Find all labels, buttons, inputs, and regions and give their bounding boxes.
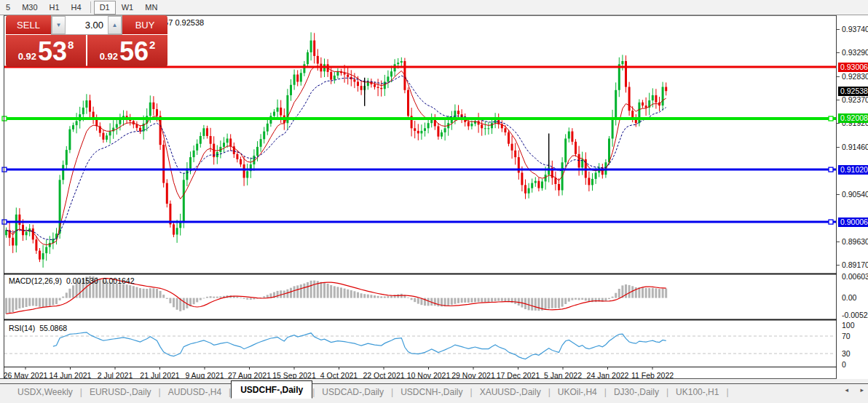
- rsi-value: 55.0868: [39, 324, 67, 332]
- rsi-tick-label: 0: [842, 360, 846, 369]
- axis-tick-mark: [837, 242, 840, 242]
- tab-usdcad-daily[interactable]: USDCAD-,Daily: [315, 385, 391, 399]
- chart-frame: [0, 15, 868, 379]
- rsi-label: RSI(14)55.0868: [9, 324, 71, 332]
- axis-tick-mark: [837, 29, 840, 30]
- tab-scroll-right-button[interactable]: ▸: [860, 386, 864, 394]
- axis-tick-mark: [837, 76, 840, 77]
- tab-scroll-left-button[interactable]: ◂: [845, 386, 848, 394]
- tab-usdchf-daily[interactable]: USDCHF-,Daily: [231, 380, 312, 399]
- tab-usdcnh-daily[interactable]: USDCNH-,Daily: [393, 385, 470, 399]
- sell-price-button[interactable]: 0.92 53 8: [6, 35, 86, 67]
- tab-scroll-arrows: ◂ ▸: [835, 386, 864, 394]
- axis-tick-mark: [837, 123, 840, 124]
- volume-spinner: ▼ 3.00 ▲: [51, 15, 122, 35]
- volume-decrease-button[interactable]: ▼: [52, 16, 66, 34]
- volume-input[interactable]: 3.00: [66, 16, 108, 34]
- hline-0.9102[interactable]: [2, 167, 836, 172]
- price-badge: 0.92008: [838, 113, 868, 123]
- macd-name: MACD(12,26,9): [9, 276, 62, 285]
- price-tick-label: 0.91460: [842, 143, 868, 151]
- macd-main-value: 0.001530: [66, 276, 98, 285]
- macd-tick-label: 0.00: [842, 293, 856, 302]
- trading-terminal: { "toolbar": { "timeframes": [ {"label":…: [0, 0, 868, 403]
- timeframe-button-h4[interactable]: H4: [66, 1, 87, 15]
- macd-tick-label: -0.005228: [842, 311, 868, 319]
- sell-price-main: 53: [38, 39, 67, 64]
- price-tick-label: 0.92830: [842, 72, 868, 81]
- volume-increase-button[interactable]: ▲: [108, 16, 122, 34]
- ma-fast-line: [7, 66, 666, 245]
- axis-tick-mark: [837, 147, 840, 148]
- buy-price-prefix: 0.92: [100, 51, 118, 62]
- timeframe-button-5[interactable]: 5: [0, 1, 16, 15]
- timeframe-toolbar: 5M30H1H4D1W1MN: [0, 0, 868, 15]
- macd-label: MACD(12,26,9)0.0015300.001642: [9, 276, 139, 285]
- price-axis[interactable]: 0.937400.932900.928300.923700.919200.914…: [837, 15, 868, 379]
- axis-tick-mark: [837, 52, 840, 53]
- rsi-tick-label: 100: [842, 321, 855, 330]
- tab-ukoil-h4[interactable]: UKOil-,H4: [551, 385, 604, 399]
- tab-audusd-h4[interactable]: AUDUSD-,H4: [161, 385, 229, 399]
- buy-price-main: 56: [119, 39, 149, 64]
- symbol-tab-bar: USDX,Weekly|EURUSD-,Daily|AUDUSD-,H4|USD…: [0, 379, 868, 403]
- toolbar-separator: [90, 1, 91, 13]
- price-tick-label: 0.89170: [842, 260, 868, 269]
- tab-uk100-h1[interactable]: UK100-,H1: [668, 385, 726, 399]
- tab-xauusd-daily[interactable]: XAUUSD-,Daily: [473, 385, 548, 399]
- tab-usdx-weekly[interactable]: USDX,Weekly: [10, 385, 80, 399]
- chart-canvas[interactable]: [0, 15, 868, 379]
- axis-tick-mark: [837, 265, 840, 266]
- ma-slow-line: [7, 76, 666, 239]
- sell-price-pip: 8: [68, 39, 74, 51]
- hline-0.90006[interactable]: [2, 220, 836, 224]
- buy-price-pip: 2: [149, 39, 155, 51]
- macd-tick-label: 0.006038: [842, 272, 868, 281]
- price-badge: 0.92538: [838, 87, 868, 96]
- tabs-row: USDX,Weekly|EURUSD-,Daily|AUDUSD-,H4|USD…: [0, 383, 868, 399]
- macd-signal-value: 0.001642: [103, 276, 135, 285]
- rsi-line: [53, 332, 666, 359]
- timeframe-button-m30[interactable]: M30: [16, 1, 43, 15]
- timeframe-button-h1[interactable]: H1: [44, 1, 66, 15]
- price-badge: 0.93006: [838, 63, 868, 72]
- price-tick-label: 0.90540: [842, 190, 868, 199]
- sell-price-prefix: 0.92: [18, 51, 36, 62]
- price-tick-label: 0.92370: [842, 95, 868, 104]
- rsi-tick-label: 70: [842, 332, 851, 340]
- tab-separator: |: [726, 387, 728, 397]
- rsi-tick-label: 30: [842, 349, 851, 358]
- tab-dj30-daily[interactable]: DJ30-,Daily: [607, 385, 666, 399]
- buy-price-button[interactable]: 0.92 56 2: [87, 35, 167, 67]
- axis-tick-mark: [837, 100, 840, 100]
- rsi-name: RSI(14): [9, 324, 35, 332]
- timeframe-button-d1[interactable]: D1: [94, 1, 116, 15]
- sell-button[interactable]: SELL: [6, 15, 51, 35]
- one-click-trade-widget: SELL ▼ 3.00 ▲ BUY 0.92 53 8 0.92 56 2: [6, 15, 167, 67]
- axis-tick-mark: [837, 194, 840, 195]
- buy-button[interactable]: BUY: [122, 15, 167, 35]
- price-tick-label: 0.93290: [842, 48, 868, 57]
- price-tick-label: 0.93740: [842, 25, 868, 33]
- price-badge: 0.90006: [838, 218, 868, 227]
- chart-window[interactable]: ▲USDCHF-,Daily0.92446 0.92729 0.92257 0.…: [0, 15, 868, 379]
- timeframe-button-mn[interactable]: MN: [139, 1, 163, 15]
- timeframe-button-w1[interactable]: W1: [116, 1, 140, 15]
- tab-eurusd-daily[interactable]: EURUSD-,Daily: [82, 385, 159, 399]
- price-tick-label: 0.89630: [842, 237, 868, 246]
- price-badge: 0.91020: [838, 165, 868, 175]
